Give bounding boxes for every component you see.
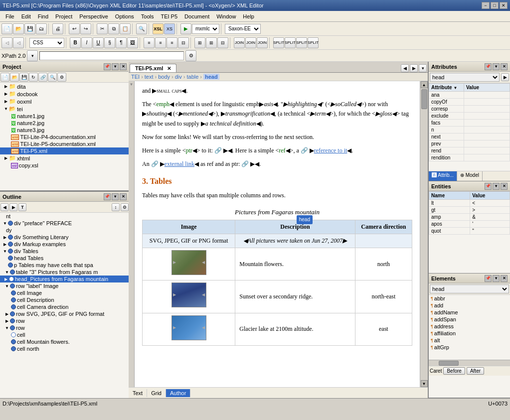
elements-close-btn[interactable]: ✕: [501, 275, 508, 282]
open-btn[interactable]: 📂: [13, 23, 24, 34]
outline-head-pictures[interactable]: ▶ head_Pictures from Fagaras mountain: [0, 276, 129, 282]
entities-pin-btn[interactable]: 📌: [485, 183, 492, 190]
menu-document[interactable]: Document: [181, 12, 212, 20]
outline-table[interactable]: ▼ table "3" Pictures from Fagaras m: [0, 269, 129, 276]
xpath-input[interactable]: [39, 51, 184, 60]
tree-item-teip5doc[interactable]: xml TEI-Lite-P5-documentation.xml: [0, 140, 129, 147]
proj-filter-btn[interactable]: 🔍: [48, 73, 57, 82]
elem-item-addSpan[interactable]: ¶ addSpan: [429, 316, 510, 323]
copy-btn[interactable]: ⧉: [108, 23, 119, 34]
menu-find[interactable]: Find: [35, 12, 51, 20]
proj-new-btn[interactable]: 📄: [0, 73, 9, 82]
attr-value-facs[interactable]: [464, 120, 510, 127]
attr-pin-btn[interactable]: 📌: [485, 63, 492, 70]
toggle-docbook[interactable]: ▶: [3, 91, 9, 97]
elem-item-abbr[interactable]: ¶ abbr: [429, 295, 510, 302]
bold-btn[interactable]: B: [70, 37, 81, 48]
list2-btn[interactable]: ≡: [155, 37, 166, 48]
attr-value-rendition[interactable]: [464, 154, 510, 161]
outline-settings-btn[interactable]: ⚙: [121, 203, 129, 211]
tree-item-dita[interactable]: ▶ 📁 dita: [0, 83, 129, 90]
table3-btn[interactable]: ⊟: [217, 37, 228, 48]
project-pin-btn[interactable]: 📌: [104, 63, 111, 70]
entities-menu-btn[interactable]: ▾: [493, 183, 500, 190]
outline-row3[interactable]: ▼ row: [0, 324, 129, 331]
outline-div-something[interactable]: ▶ div Something Literary: [0, 234, 129, 241]
attr-value-rend[interactable]: [464, 147, 510, 154]
outline-menu-btn[interactable]: ▾: [112, 193, 119, 200]
tag-btn[interactable]: ◁: [1, 37, 12, 48]
menu-help[interactable]: Help: [240, 12, 257, 20]
attr-menu-btn[interactable]: ▾: [493, 63, 500, 70]
tree-item-xhtml[interactable]: ▶ 📁 xhtml: [0, 154, 129, 162]
hscroll-thumb[interactable]: [439, 361, 459, 366]
proj-link-btn[interactable]: 🔗: [38, 73, 47, 82]
outline-row2[interactable]: ▶ row: [0, 317, 129, 324]
xslt-btn[interactable]: XS: [164, 23, 175, 34]
tree-item-teip5[interactable]: xml TEI-P5.xml: [0, 147, 129, 154]
italic-btn[interactable]: I: [81, 37, 92, 48]
toggle-div-markup[interactable]: ▶: [2, 241, 8, 247]
outline-pin-btn[interactable]: 📌: [104, 193, 111, 200]
toggle-outline-div-preface[interactable]: ▼: [2, 220, 8, 226]
new-btn[interactable]: 📄: [1, 23, 12, 34]
undo-btn[interactable]: ↩: [69, 23, 80, 34]
tab-left-btn[interactable]: ◀: [401, 64, 409, 72]
outline-row-svg[interactable]: ▶ row SVG, JPEG, GIF or PNG format: [0, 310, 129, 317]
elem-hscroll[interactable]: [429, 360, 510, 366]
outline-div-tables[interactable]: ▼ div Tables: [0, 248, 129, 255]
menu-perspective[interactable]: Perspective: [76, 12, 111, 20]
list3-btn[interactable]: ≡: [167, 37, 177, 48]
elem-item-addName[interactable]: ¶ addName: [429, 309, 510, 316]
entities-close-btn[interactable]: ✕: [501, 183, 508, 190]
toggle-div-something[interactable]: ▶: [2, 234, 8, 240]
menu-options[interactable]: Options: [112, 12, 137, 20]
toggle-row3[interactable]: ▼: [4, 325, 10, 331]
attr-value-exclude[interactable]: [464, 113, 510, 120]
tree-item-copyxsl[interactable]: xsl copy.xsl: [0, 162, 129, 169]
validate-btn[interactable]: XSL: [153, 23, 164, 34]
run-btn[interactable]: ▶: [180, 23, 191, 34]
menu-project[interactable]: Project: [52, 12, 75, 20]
engine-dropdown[interactable]: Saxon-EE: [225, 24, 261, 34]
menu-edit[interactable]: Edit: [18, 12, 34, 20]
attr-value-corresp[interactable]: [464, 106, 510, 113]
table-btn[interactable]: ⊞: [194, 37, 205, 48]
attr-value-next[interactable]: [464, 134, 510, 140]
attributes-element-dropdown[interactable]: head: [430, 73, 500, 82]
tree-item-nature3[interactable]: 🖼 nature3.jpg: [0, 127, 129, 134]
outline-cell-camera[interactable]: cell Camera direction: [0, 303, 129, 310]
split4-btn[interactable]: SPLIT: [308, 37, 319, 48]
outline-cell-desc[interactable]: cell Description: [0, 296, 129, 303]
xpath-dropdown-btn[interactable]: ▾: [27, 50, 38, 61]
outline-nt[interactable]: nt: [0, 213, 129, 220]
tree-item-nature2[interactable]: 🖼 nature2.jpg: [0, 120, 129, 127]
elem-item-address[interactable]: ¶ address: [429, 323, 510, 330]
caret-after-btn[interactable]: After: [467, 367, 484, 375]
tab-menu-btn[interactable]: ▾: [419, 64, 427, 72]
attr-sort-icon[interactable]: ▼: [453, 86, 457, 90]
outline-dy[interactable]: dy: [0, 227, 129, 234]
proj-settings-btn[interactable]: ⚙: [57, 73, 66, 82]
proj-save-btn[interactable]: 💾: [19, 73, 28, 82]
tree-item-teip4[interactable]: xml TEI-Lite-P4-documentation.xml: [0, 134, 129, 140]
toggle-row2[interactable]: ▶: [4, 318, 10, 324]
toggle-div-tables[interactable]: ▼: [2, 248, 8, 254]
toggle-row-svg[interactable]: ▶: [4, 311, 10, 317]
attr-value-ana[interactable]: [464, 92, 510, 99]
outline-cell-mf[interactable]: cell Mountain flowers.: [0, 338, 129, 345]
tree-item-ooxml[interactable]: ▶ 📁 ooxml: [0, 98, 129, 105]
elem-item-add[interactable]: ¶ add: [429, 302, 510, 309]
breadcrumb-text[interactable]: text: [145, 74, 154, 80]
outline-back-btn[interactable]: ◀: [0, 203, 8, 211]
project-menu-btn[interactable]: ▾: [112, 63, 119, 70]
toggle-table[interactable]: ▼: [4, 269, 10, 275]
outline-T-btn[interactable]: T: [18, 203, 26, 211]
attr-arrow-btn[interactable]: ▶: [501, 73, 509, 81]
menu-tei[interactable]: TEI P5: [158, 12, 180, 20]
tab-teip5[interactable]: TEI-P5.xml ✕: [130, 64, 176, 72]
join-btn[interactable]: JOIN: [234, 37, 245, 48]
elem-item-affiliation[interactable]: ¶ affiliation: [429, 330, 510, 337]
outline-div-preface[interactable]: ▼ div "preface" PREFACE: [0, 220, 129, 227]
elem-item-altGrp[interactable]: ¶ altGrp: [429, 344, 510, 351]
